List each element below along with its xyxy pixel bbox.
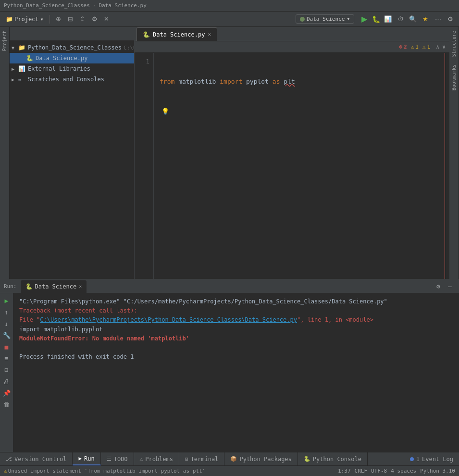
project-strip-label[interactable]: Project — [1, 27, 8, 55]
run-play-btn[interactable]: ▶ — [1, 295, 12, 306]
tab-close-btn[interactable]: ✕ — [208, 31, 211, 38]
run-panel-settings-btn[interactable]: ⚙ — [433, 281, 444, 292]
file-tree: ▼ 📁 Python_Data_Science_Classes C:\Us...… — [10, 40, 134, 279]
error-count[interactable]: ⊗ 2 — [399, 44, 407, 50]
tab-label: Data Science.py — [153, 31, 205, 38]
line-numbers: 1 — [135, 53, 154, 279]
run-filter-btn[interactable]: ≡ — [1, 353, 12, 363]
run-tab-icon-b: ▶ — [78, 455, 82, 462]
output-file-prefix: File " — [19, 316, 40, 323]
tab-python-console[interactable]: 🐍 Python Console — [298, 452, 368, 465]
run-stop-btn[interactable]: ■ — [1, 341, 12, 352]
run-trash-btn[interactable]: 🗑 — [1, 399, 12, 410]
status-crlf[interactable]: CRLF — [355, 468, 368, 474]
env-badge[interactable]: Data Science ▾ — [296, 14, 354, 24]
run-down-btn[interactable]: ↓ — [1, 318, 12, 329]
scratches-icon: ✏ — [18, 76, 26, 83]
status-charset[interactable]: UTF-8 — [371, 468, 387, 474]
search-btn[interactable]: 🔍 — [407, 13, 419, 25]
console-icon: 🐍 — [304, 456, 310, 462]
toolbar-scroll-btn[interactable]: ⇕ — [77, 13, 88, 25]
file-tree-panel: ▼ 📁 Python_Data_Science_Classes C:\Us...… — [10, 27, 135, 279]
profile-btn[interactable]: ⏱ — [395, 13, 406, 25]
tree-scratches[interactable]: ▶ ✏ Scratches and Consoles — [10, 74, 134, 85]
warning-count-1[interactable]: ⚠ 1 — [411, 44, 419, 50]
run-filter2-btn[interactable]: ⊟ — [1, 364, 12, 375]
event-count: 1 — [416, 456, 420, 463]
structure-label[interactable]: Structure — [450, 27, 458, 61]
project-dropdown[interactable]: 📁 Project ▾ — [3, 15, 47, 24]
title-path: Python_Data_Science_Classes › Data Scien… — [4, 2, 147, 9]
status-left: ⚠ Unused import statement 'from matplotl… — [4, 468, 338, 474]
run-panel-hide-btn[interactable]: — — [445, 281, 455, 292]
tab-run[interactable]: ▶ Run — [73, 452, 100, 465]
error-indicator-bar: ⊗ 2 ⚠ 1 ⚠ 1 ∧ ∨ — [135, 41, 449, 53]
tree-file-datascience[interactable]: 🐍 Data Science.py — [10, 53, 134, 63]
warning-count-2[interactable]: ⚠ 1 — [422, 44, 430, 50]
event-log-tab[interactable]: 1 Event Log — [404, 452, 459, 465]
more-btn[interactable]: ⋯ — [432, 13, 444, 25]
run-side-toolbar: ▶ ↑ ↓ 🔧 ■ ≡ ⊟ 🖨 📌 🗑 — [0, 293, 13, 452]
status-warning-text: Unused import statement 'from matplotlib… — [8, 468, 206, 474]
tree-root[interactable]: ▼ 📁 Python_Data_Science_Classes C:\Us... — [10, 42, 134, 53]
bottom-tab-bar: ⎇ Version Control ▶ Run ☰ TODO ⚠ Problem… — [0, 452, 459, 465]
event-dot — [410, 457, 414, 461]
tree-external-libs[interactable]: ▶ 📊 External Libraries — [10, 63, 134, 74]
bulb-icon[interactable]: 💡 — [161, 108, 169, 115]
status-python[interactable]: Python 3.10 — [420, 468, 455, 474]
output-line-7: Process finished with exit code 1 — [19, 352, 453, 362]
run-button[interactable]: ▶ — [359, 14, 370, 25]
nav-arrows[interactable]: ∧ ∨ — [436, 44, 446, 50]
toolbar-settings-btn[interactable]: ⚙ — [89, 13, 100, 25]
output-file-link[interactable]: C:\Users\mathe\PycharmProjects\Python_Da… — [40, 316, 297, 323]
toolbar-hide-btn[interactable]: ✕ — [101, 13, 112, 25]
bookmarks-label[interactable]: Bookmarks — [450, 61, 458, 94]
python-file-icon: 🐍 — [26, 55, 34, 62]
vc-icon: ⎇ — [6, 456, 12, 462]
main-area: Project ▼ 📁 Python_Data_Science_Classes … — [0, 27, 459, 279]
libs-name: External Libraries — [28, 65, 90, 72]
status-position[interactable]: 1:37 — [338, 468, 351, 474]
run-print-btn[interactable]: 🖨 — [1, 376, 12, 387]
env-label: Data Science — [307, 16, 345, 22]
run-panel-header: Run: 🐍 Data Science ✕ ⚙ — — [0, 280, 459, 293]
run-wrench-btn[interactable]: 🔧 — [1, 330, 12, 340]
status-indent[interactable]: 4 spaces — [391, 468, 416, 474]
run-up-btn[interactable]: ↑ — [1, 307, 12, 317]
coverage-btn[interactable]: 📊 — [382, 13, 394, 25]
run-tab-label: Data Science — [35, 283, 77, 290]
id-pyplot: pyplot — [246, 78, 269, 85]
tab-version-control[interactable]: ⎇ Version Control — [0, 452, 73, 465]
todo-label: TODO — [114, 456, 128, 463]
problems-icon: ⚠ — [140, 456, 143, 462]
tab-terminal[interactable]: ⊡ Terminal — [179, 452, 224, 465]
run-panel-controls: ⚙ — — [433, 281, 455, 292]
run-tab-datascience[interactable]: 🐍 Data Science ✕ — [21, 280, 87, 293]
space3 — [242, 78, 246, 85]
problems-label: Problems — [145, 456, 173, 463]
code-area: 1 from matplotlib import pyplot as plt 💡 — [135, 53, 449, 279]
settings-global-btn[interactable]: ⚙ — [445, 13, 456, 25]
editor-tab-datascience[interactable]: 🐍 Data Science.py ✕ — [136, 27, 217, 41]
scratches-arrow: ▶ — [12, 77, 18, 82]
code-line-1: from matplotlib import pyplot as plt — [160, 77, 439, 87]
code-editor[interactable]: from matplotlib import pyplot as plt 💡 — [154, 53, 445, 279]
tab-python-packages[interactable]: 📦 Python Packages — [224, 452, 298, 465]
toolbar-sep-1 — [50, 15, 50, 24]
run-tab-close[interactable]: ✕ — [79, 284, 82, 289]
tab-problems[interactable]: ⚠ Problems — [134, 452, 179, 465]
run-pin-btn[interactable]: 📌 — [1, 388, 12, 398]
space1 — [174, 78, 178, 85]
tab-todo[interactable]: ☰ TODO — [101, 452, 134, 465]
toolbar-expand-btn[interactable]: ⊕ — [53, 13, 64, 25]
run-content-area: ▶ ↑ ↓ 🔧 ■ ≡ ⊟ 🖨 📌 🗑 "C:\Program Files\py… — [0, 293, 459, 452]
vc-label: Version Control — [14, 456, 66, 463]
bookmark-btn[interactable]: ★ — [420, 13, 431, 25]
debug-button[interactable]: 🐛 — [371, 14, 381, 25]
output-line-4: import matplotlib.pyplot — [19, 325, 453, 334]
toolbar-collapse-btn[interactable]: ⊟ — [65, 13, 76, 25]
output-line-3: File "C:\Users\mathe\PycharmProjects\Pyt… — [19, 315, 453, 325]
root-folder-icon: 📁 — [18, 44, 26, 51]
id-matplotlib: matplotlib — [178, 78, 216, 85]
error-num: 2 — [404, 44, 407, 50]
